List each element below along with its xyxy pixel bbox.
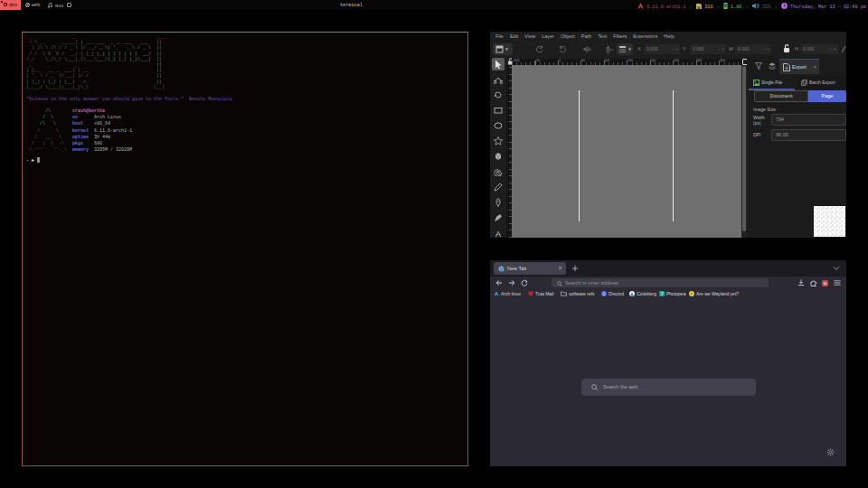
svg-text:A: A: [495, 230, 501, 238]
